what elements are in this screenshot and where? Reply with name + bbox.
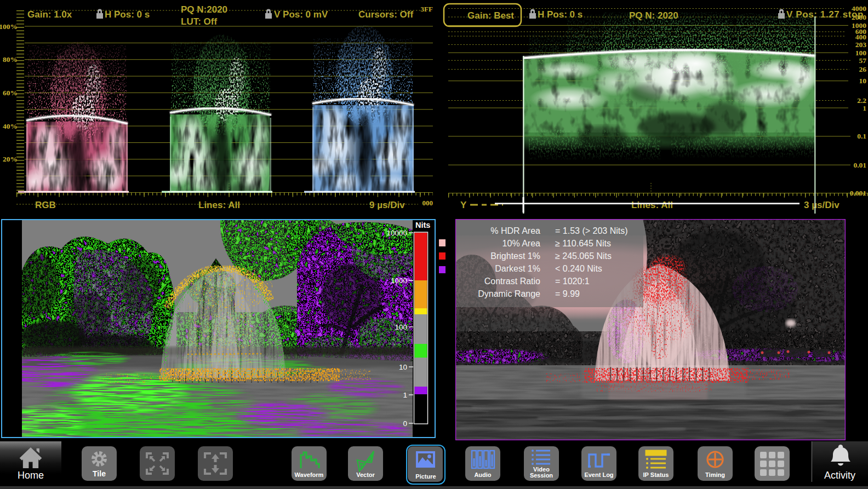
svg-text:H Pos: 0 s: H Pos: 0 s (105, 9, 150, 20)
svg-text:LUT: Off: LUT: Off (181, 16, 217, 27)
svg-text:1000: 1000 (391, 277, 407, 285)
svg-text:Gain: Best: Gain: Best (467, 10, 514, 21)
svg-text:100%: 100% (0, 22, 18, 31)
svg-text:0: 0 (403, 419, 407, 428)
svg-text:Cursors: Off: Cursors: Off (358, 9, 413, 20)
svg-text:PQ N:2020: PQ N:2020 (181, 4, 227, 15)
svg-text:26: 26 (859, 65, 867, 73)
svg-text:= 1.53 (> 203 Nits): = 1.53 (> 203 Nits) (555, 226, 628, 235)
svg-text:000: 000 (422, 199, 433, 207)
svg-text:Lines: All: Lines: All (198, 200, 240, 210)
svg-text:1: 1 (863, 104, 866, 112)
svg-text:100: 100 (395, 323, 407, 331)
svg-text:≥ 245.065 Nits: ≥ 245.065 Nits (555, 251, 612, 261)
svg-text:10: 10 (859, 77, 867, 85)
svg-text:3FF: 3FF (421, 5, 433, 13)
svg-text:3 µs/Div: 3 µs/Div (804, 200, 840, 210)
svg-text:57: 57 (859, 56, 867, 65)
svg-text:Brightest 1%: Brightest 1% (490, 251, 540, 261)
svg-text:≥ 110.645 Nits: ≥ 110.645 Nits (555, 239, 611, 248)
svg-text:Gain: 1.0x: Gain: 1.0x (27, 9, 72, 20)
svg-text:40%: 40% (3, 122, 18, 130)
svg-text:400: 400 (855, 33, 867, 41)
svg-text:V Pos: 0 mV: V Pos: 0 mV (274, 9, 328, 20)
svg-text:203: 203 (855, 41, 867, 49)
svg-text:0.01: 0.01 (853, 161, 866, 169)
svg-text:Dynamic Range: Dynamic Range (478, 289, 540, 298)
svg-text:RGB: RGB (35, 200, 56, 210)
svg-text:Darkest 1%: Darkest 1% (495, 264, 540, 273)
svg-text:0.001: 0.001 (850, 189, 867, 197)
svg-text:0.1: 0.1 (857, 132, 866, 140)
svg-text:Contrast Ratio: Contrast Ratio (484, 277, 540, 286)
svg-text:10% Area: 10% Area (502, 239, 540, 248)
svg-text:10: 10 (399, 363, 407, 371)
svg-text:< 0.240 Nits: < 0.240 Nits (555, 264, 602, 273)
svg-text:9 µs/Div: 9 µs/Div (369, 200, 405, 210)
svg-text:80%: 80% (3, 55, 18, 64)
svg-text:Y: Y (460, 200, 467, 210)
svg-text:100: 100 (855, 49, 867, 57)
svg-text:% HDR Area: % HDR Area (490, 226, 540, 235)
svg-text:= 9.99: = 9.99 (555, 289, 580, 298)
svg-text:60%: 60% (3, 89, 18, 97)
svg-text:10000: 10000 (386, 229, 407, 237)
svg-text:Nits: Nits (415, 221, 430, 229)
svg-text:= 1020:1: = 1020:1 (555, 277, 590, 286)
svg-text:1: 1 (403, 391, 407, 399)
svg-text:Lines: All: Lines: All (631, 200, 673, 210)
svg-text:20%: 20% (3, 155, 18, 163)
